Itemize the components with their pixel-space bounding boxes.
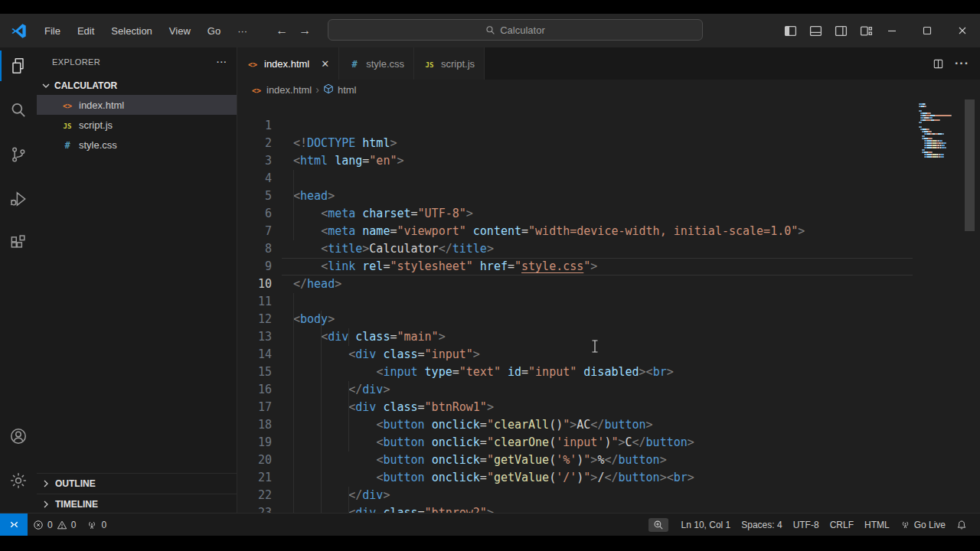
code-line-19[interactable]: 19 <button onclick="getValue('%')">%</bu…: [237, 416, 980, 434]
activity-search-button[interactable]: [0, 92, 37, 129]
code-line-14[interactable]: 14 <input type="text" id="input" disable…: [237, 328, 980, 346]
breadcrumb-item[interactable]: index.html: [266, 84, 312, 96]
tab-script.js[interactable]: JS script.js: [414, 47, 485, 80]
layout-sidebar-right-button[interactable]: [835, 24, 848, 37]
minimap[interactable]: [919, 103, 963, 158]
tab-index.html[interactable]: <> index.html ✕: [237, 47, 339, 80]
code-line-16[interactable]: 16 <div class="btnRow1">: [237, 364, 980, 381]
file-name: index.html: [79, 99, 124, 111]
go-live[interactable]: Go Live: [895, 514, 951, 536]
js-file-icon: JS: [61, 119, 74, 131]
code-line-21[interactable]: 21 </div>: [237, 452, 980, 469]
cursor-position[interactable]: Ln 10, Col 1: [676, 514, 737, 536]
zoom-in-icon: [653, 520, 664, 530]
menu-more[interactable]: ···: [230, 22, 254, 40]
code-line-4[interactable]: 4 <head>: [237, 152, 980, 170]
activity-explorer-button[interactable]: [0, 47, 37, 84]
layout-panel-button[interactable]: [809, 24, 822, 37]
screencast-zoom-button[interactable]: [648, 518, 668, 532]
window-maximize-button[interactable]: [910, 14, 945, 47]
chevron-right-icon: [40, 478, 52, 490]
code-line-17[interactable]: 17 <button onclick="clearAll()">AC</butt…: [237, 381, 980, 399]
settings-icon: [8, 471, 28, 491]
tab-bar: <> index.html ✕ # style.css JS script.js…: [237, 47, 980, 80]
code-line-11[interactable]: 11 <body>: [237, 276, 980, 293]
breadcrumb-item[interactable]: html: [338, 84, 357, 96]
search-icon: [8, 100, 28, 120]
activity-run-debug-button[interactable]: [0, 181, 37, 217]
notifications-bell[interactable]: [951, 514, 972, 536]
indentation[interactable]: Spaces: 4: [736, 514, 787, 536]
code-line-15[interactable]: 15 </div>: [237, 346, 980, 364]
file-item-style.css[interactable]: # style.css: [37, 135, 237, 155]
code-line-13[interactable]: 13 <div class="input">: [237, 311, 980, 328]
code-line-1[interactable]: 1 <!DOCTYPE html>: [237, 99, 980, 117]
code-line-12[interactable]: 12 <div class="main">: [237, 293, 980, 311]
folder-row-calculator[interactable]: CALCULATOR: [37, 77, 237, 95]
layout-sidebar-left-button[interactable]: [784, 24, 797, 37]
sidebar-more-actions-button[interactable]: ···: [217, 57, 227, 67]
code-line-10[interactable]: 10: [237, 258, 980, 276]
menu-go[interactable]: Go: [201, 22, 227, 40]
error-count: 0: [47, 520, 53, 530]
remote-indicator-button[interactable]: [0, 514, 28, 536]
editor-scrollbar[interactable]: [965, 99, 975, 231]
split-editor-button[interactable]: [933, 58, 944, 70]
warning-icon: [57, 520, 67, 530]
explorer-icon: [8, 56, 28, 76]
encoding[interactable]: UTF-8: [788, 514, 825, 536]
code-line-9[interactable]: 9 </head>: [237, 240, 980, 258]
code-line-6[interactable]: 6 <meta name="viewport" content="width=d…: [237, 187, 980, 205]
editor-more-actions-button[interactable]: ···: [955, 57, 969, 70]
command-center-search[interactable]: Calculator: [328, 19, 703, 41]
file-item-script.js[interactable]: JS script.js: [37, 115, 237, 135]
bell-icon: [956, 520, 967, 530]
tab-style.css[interactable]: # style.css: [339, 47, 414, 80]
code-line-24[interactable]: 24 <button onclick="getValue(8)">8</butt…: [237, 504, 980, 513]
title-bar: FileEditSelectionViewGo··· ← → Calculato…: [0, 14, 980, 47]
close-tab-icon[interactable]: ✕: [321, 58, 329, 70]
vscode-window: FileEditSelectionViewGo··· ← → Calculato…: [0, 14, 980, 536]
ports-status-button[interactable]: 0: [81, 514, 112, 536]
code-line-5[interactable]: 5 <meta charset="UTF-8">: [237, 170, 980, 187]
code-editor[interactable]: 1 <!DOCTYPE html> 2 <html lang="en"> 3 4…: [237, 99, 980, 513]
activity-source-control-button[interactable]: [0, 136, 37, 173]
activity-accounts-button[interactable]: [0, 418, 37, 455]
code-line-20[interactable]: 20 <button onclick="getValue('/')">/</bu…: [237, 434, 980, 452]
code-line-2[interactable]: 2 <html lang="en">: [237, 117, 980, 135]
nav-forward-button[interactable]: →: [299, 24, 311, 37]
search-icon: [485, 25, 495, 35]
menu-file[interactable]: File: [38, 22, 67, 40]
chevron-down-icon: [40, 80, 52, 92]
code-line-7[interactable]: 7 <title>Calculator</title>: [237, 205, 980, 223]
section-outline[interactable]: OUTLINE: [37, 473, 237, 494]
symbol-cube-icon: [323, 83, 334, 96]
activity-extensions-button[interactable]: [0, 225, 37, 262]
eol-sequence[interactable]: CRLF: [825, 514, 859, 536]
code-line-8[interactable]: 8 <link rel="stylesheet" href="style.css…: [237, 223, 980, 240]
vscode-logo-icon: [11, 23, 27, 39]
layout-customize-button[interactable]: [860, 24, 873, 37]
activity-settings-button[interactable]: [0, 462, 37, 499]
breadcrumb: <> index.html› html: [237, 80, 980, 99]
menu-view[interactable]: View: [162, 22, 198, 40]
nav-back-button[interactable]: ←: [276, 24, 288, 37]
css-file-icon: #: [61, 139, 74, 151]
html-file-icon: <>: [250, 84, 263, 96]
code-line-22[interactable]: 22 <div class="btnrow2">: [237, 469, 980, 487]
section-timeline[interactable]: TIMELINE: [37, 494, 237, 514]
menu-edit[interactable]: Edit: [70, 22, 101, 40]
extensions-icon: [8, 233, 28, 253]
window-close-button[interactable]: [945, 14, 980, 47]
code-line-18[interactable]: 18 <button onclick="clearOne('input')">C…: [237, 399, 980, 416]
language-mode[interactable]: HTML: [859, 514, 895, 536]
code-line-3[interactable]: 3: [237, 135, 980, 152]
css-file-icon: #: [348, 58, 361, 70]
file-item-index.html[interactable]: <> index.html: [37, 95, 237, 115]
source-control-icon: [8, 145, 28, 165]
problems-status-button[interactable]: 0 0: [28, 514, 81, 536]
code-line-23[interactable]: 23 <button onclick="getValue(7)">7</butt…: [237, 487, 980, 504]
window-minimize-button[interactable]: [874, 14, 910, 47]
chevron-right-icon: [40, 498, 52, 510]
menu-selection[interactable]: Selection: [104, 22, 158, 40]
